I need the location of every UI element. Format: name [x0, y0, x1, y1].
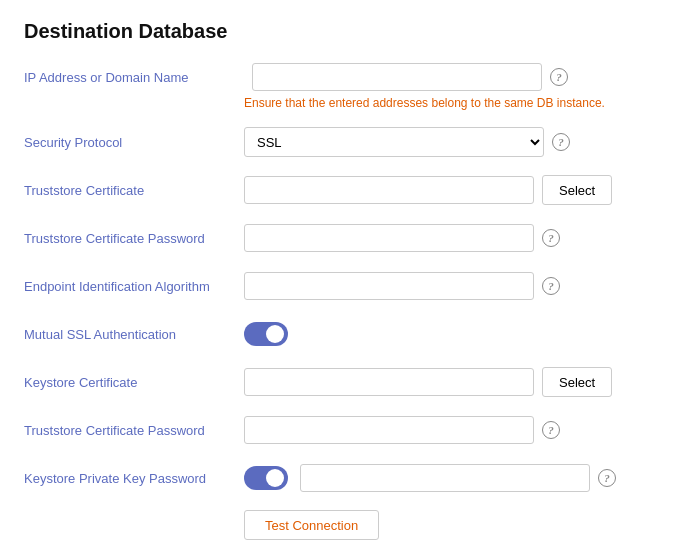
ip-warning-text: Ensure that the entered addresses belong… [244, 96, 605, 110]
truststore-pw-input[interactable] [244, 224, 534, 252]
page-title: Destination Database [24, 20, 673, 43]
security-protocol-select[interactable]: SSL TLS None [244, 127, 544, 157]
truststore-cert-input[interactable] [244, 176, 534, 204]
endpoint-input[interactable] [244, 272, 534, 300]
keystore-cert-row: Keystore Certificate Select [24, 366, 673, 398]
endpoint-row: Endpoint Identification Algorithm ? [24, 270, 673, 302]
keystore-pk-toggle[interactable] [244, 466, 288, 490]
mutual-ssl-label: Mutual SSL Authentication [24, 327, 244, 342]
mutual-ssl-row: Mutual SSL Authentication [24, 318, 673, 350]
ip-input[interactable] [252, 63, 542, 91]
truststore-cert-select-button[interactable]: Select [542, 175, 612, 205]
mutual-ssl-control-wrap [244, 322, 673, 346]
truststore-cert-control-wrap: Select [244, 175, 673, 205]
ip-help-icon[interactable]: ? [550, 68, 568, 86]
truststore-pw-label: Truststore Certificate Password [24, 231, 244, 246]
truststore-pw2-control-wrap: ? [244, 416, 673, 444]
ip-control-wrap: ? [252, 63, 568, 91]
mutual-ssl-slider [244, 322, 288, 346]
truststore-cert-row: Truststore Certificate Select [24, 174, 673, 206]
endpoint-help-icon[interactable]: ? [542, 277, 560, 295]
keystore-pk-help-icon[interactable]: ? [598, 469, 616, 487]
truststore-pw2-label: Truststore Certificate Password [24, 423, 244, 438]
endpoint-control-wrap: ? [244, 272, 673, 300]
keystore-pk-control-wrap: ? [244, 464, 673, 492]
mutual-ssl-toggle[interactable] [244, 322, 288, 346]
ip-address-row: IP Address or Domain Name ? Ensure that … [24, 63, 673, 110]
truststore-pw-control-wrap: ? [244, 224, 673, 252]
truststore-pw2-help-icon[interactable]: ? [542, 421, 560, 439]
truststore-pw2-row: Truststore Certificate Password ? [24, 414, 673, 446]
ip-label: IP Address or Domain Name [24, 70, 244, 85]
keystore-cert-control-wrap: Select [244, 367, 673, 397]
keystore-pk-slider [244, 466, 288, 490]
truststore-pw2-input[interactable] [244, 416, 534, 444]
truststore-pw-help-icon[interactable]: ? [542, 229, 560, 247]
test-connection-button[interactable]: Test Connection [244, 510, 379, 540]
keystore-cert-label: Keystore Certificate [24, 375, 244, 390]
keystore-pk-input[interactable] [300, 464, 590, 492]
security-help-icon[interactable]: ? [552, 133, 570, 151]
truststore-cert-label: Truststore Certificate [24, 183, 244, 198]
security-protocol-row: Security Protocol SSL TLS None ? [24, 126, 673, 158]
endpoint-label: Endpoint Identification Algorithm [24, 279, 244, 294]
keystore-cert-select-button[interactable]: Select [542, 367, 612, 397]
keystore-cert-input[interactable] [244, 368, 534, 396]
test-connection-row: Test Connection [244, 510, 673, 540]
keystore-pk-label: Keystore Private Key Password [24, 471, 244, 486]
truststore-pw-row: Truststore Certificate Password ? [24, 222, 673, 254]
security-control-wrap: SSL TLS None ? [244, 127, 673, 157]
security-label: Security Protocol [24, 135, 244, 150]
keystore-pk-row: Keystore Private Key Password ? [24, 462, 673, 494]
